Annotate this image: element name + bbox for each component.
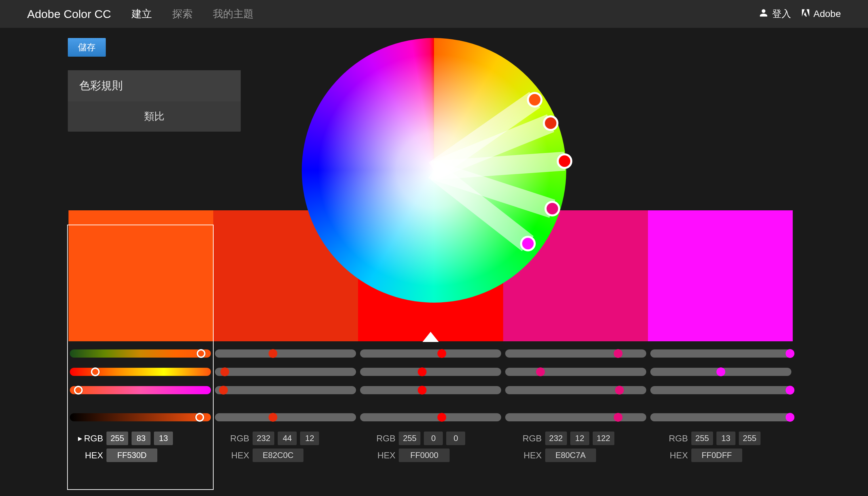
- sliders-area: [68, 345, 793, 425]
- hex-label: HEX: [70, 450, 103, 461]
- app-header: Adobe Color CC 建立 探索 我的主題 登入 Adobe: [0, 0, 868, 28]
- slider-light-4[interactable]: [650, 386, 791, 394]
- rgb-input-g[interactable]: 44: [278, 432, 297, 445]
- slider-value-2[interactable]: [360, 413, 501, 421]
- rgb-input-r[interactable]: 255: [107, 432, 128, 445]
- slider-handle[interactable]: [418, 386, 427, 394]
- slider-handle[interactable]: [197, 349, 206, 358]
- value-cell-3: RGB23212122HEXE80C7A: [507, 432, 653, 465]
- slider-row-hue: [68, 345, 793, 362]
- slider-value-1[interactable]: [215, 413, 356, 421]
- rgb-label: RGB: [230, 433, 249, 444]
- value-cell-2: RGB25500HEXFF0000: [360, 432, 506, 465]
- wheel-handle-1[interactable]: [543, 115, 559, 131]
- login-button[interactable]: 登入: [759, 7, 791, 20]
- hex-label: HEX: [509, 450, 542, 461]
- slider-handle[interactable]: [717, 368, 725, 376]
- rgb-input-g[interactable]: 13: [717, 432, 736, 445]
- nav-explore[interactable]: 探索: [172, 7, 193, 21]
- rgb-input-g[interactable]: 83: [131, 432, 150, 445]
- slider-handle[interactable]: [220, 368, 229, 376]
- rgb-input-b[interactable]: 0: [446, 432, 465, 445]
- slider-hue-2[interactable]: [360, 350, 501, 358]
- hex-input[interactable]: FF530D: [107, 449, 157, 462]
- slider-sat-4[interactable]: [650, 368, 791, 376]
- rgb-input-b[interactable]: 12: [300, 432, 319, 445]
- slider-hue-3[interactable]: [505, 350, 646, 358]
- color-mode-toggle-icon[interactable]: ▶: [78, 435, 82, 442]
- nav-my-themes[interactable]: 我的主題: [213, 7, 254, 21]
- main-area: 儲存 色彩規則 類比 ▶RGB2558313HEXFF530DRGB232441…: [0, 28, 868, 465]
- adobe-link[interactable]: Adobe: [801, 9, 841, 20]
- nav-create[interactable]: 建立: [131, 7, 152, 21]
- slider-row-sat: [68, 364, 793, 380]
- save-button[interactable]: 儲存: [68, 38, 106, 57]
- slider-handle[interactable]: [786, 386, 794, 394]
- slider-handle[interactable]: [786, 413, 794, 422]
- slider-light-3[interactable]: [505, 386, 646, 394]
- slider-sat-1[interactable]: [215, 368, 356, 376]
- slider-handle[interactable]: [418, 368, 427, 376]
- color-rules-panel: 色彩規則 類比: [68, 70, 241, 131]
- swatch-0[interactable]: [68, 210, 213, 341]
- slider-light-1[interactable]: [215, 386, 356, 394]
- hex-input[interactable]: E80C7A: [545, 449, 596, 462]
- hex-input[interactable]: FF0DFF: [691, 449, 742, 462]
- slider-handle[interactable]: [437, 349, 446, 358]
- rgb-input-r[interactable]: 232: [545, 432, 567, 445]
- header-right: 登入 Adobe: [759, 7, 841, 20]
- rgb-input-g[interactable]: 12: [570, 432, 589, 445]
- slider-value-0[interactable]: [70, 413, 211, 421]
- top-nav: 建立 探索 我的主題: [131, 7, 254, 21]
- user-icon: [759, 9, 768, 20]
- value-cell-1: RGB2324412HEXE82C0C: [214, 432, 360, 465]
- hex-input[interactable]: FF0000: [399, 449, 450, 462]
- wheel-handle-2[interactable]: [557, 153, 572, 169]
- slider-value-4[interactable]: [650, 413, 791, 421]
- rgb-input-g[interactable]: 0: [424, 432, 443, 445]
- rgb-label: RGB: [669, 433, 688, 444]
- rgb-input-r[interactable]: 255: [399, 432, 420, 445]
- rgb-input-b[interactable]: 122: [593, 432, 614, 445]
- rgb-input-b[interactable]: 13: [154, 432, 173, 445]
- slider-handle[interactable]: [91, 368, 100, 376]
- color-rule-selected[interactable]: 類比: [68, 102, 241, 131]
- rgb-input-r[interactable]: 232: [253, 432, 274, 445]
- wheel-handle-0[interactable]: [527, 92, 543, 108]
- slider-handle[interactable]: [195, 413, 204, 422]
- login-label: 登入: [772, 7, 791, 20]
- slider-handle[interactable]: [614, 349, 623, 358]
- slider-sat-2[interactable]: [360, 368, 501, 376]
- slider-hue-1[interactable]: [215, 350, 356, 358]
- slider-handle[interactable]: [219, 386, 228, 394]
- rgb-input-r[interactable]: 255: [691, 432, 713, 445]
- slider-handle[interactable]: [615, 386, 624, 394]
- slider-handle[interactable]: [437, 413, 446, 422]
- slider-light-0[interactable]: [70, 386, 211, 394]
- slider-value-3[interactable]: [505, 413, 646, 421]
- wheel-handle-4[interactable]: [520, 236, 536, 251]
- slider-handle[interactable]: [786, 349, 794, 358]
- slider-light-2[interactable]: [360, 386, 501, 394]
- slider-handle[interactable]: [536, 368, 545, 376]
- rgb-input-b[interactable]: 255: [739, 432, 760, 445]
- slider-handle[interactable]: [269, 413, 277, 422]
- slider-handle[interactable]: [74, 386, 83, 394]
- slider-sat-0[interactable]: [70, 368, 211, 376]
- values-row: ▶RGB2558313HEXFF530DRGB2324412HEXE82C0CR…: [68, 432, 799, 465]
- rgb-label: RGB: [523, 433, 542, 444]
- slider-hue-4[interactable]: [650, 350, 791, 358]
- color-wheel[interactable]: [302, 38, 566, 303]
- value-cell-4: RGB25513255HEXFF0DFF: [653, 432, 799, 465]
- brand-title: Adobe Color CC: [27, 7, 111, 21]
- swatch-4[interactable]: [648, 210, 793, 341]
- base-color-marker: [422, 332, 439, 342]
- header-left: Adobe Color CC 建立 探索 我的主題: [27, 7, 254, 21]
- value-cell-0: ▶RGB2558313HEXFF530D: [68, 432, 214, 465]
- slider-sat-3[interactable]: [505, 368, 646, 376]
- hex-input[interactable]: E82C0C: [253, 449, 304, 462]
- slider-hue-0[interactable]: [70, 350, 211, 358]
- wheel-handle-3[interactable]: [545, 201, 560, 216]
- slider-handle[interactable]: [614, 413, 623, 422]
- slider-handle[interactable]: [269, 349, 277, 358]
